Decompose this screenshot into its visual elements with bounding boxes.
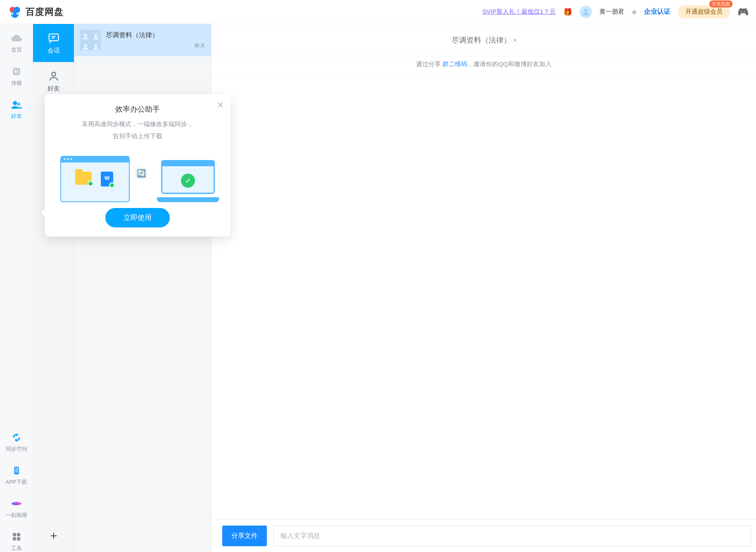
- chat-input-bar: 分享文件: [212, 519, 756, 552]
- svg-point-4: [17, 12, 19, 14]
- sidebar-item-app-download[interactable]: APP下载: [4, 464, 29, 486]
- app-logo[interactable]: 百度网盘: [7, 5, 64, 19]
- svg-rect-10: [15, 468, 18, 473]
- open-svip-button-label: 开通超级会员: [685, 8, 723, 15]
- invite-text: 通过分享: [416, 60, 442, 67]
- user-avatar[interactable]: [580, 6, 592, 18]
- friends-icon: [10, 98, 23, 111]
- check-icon: ✓: [181, 174, 195, 188]
- grid-icon: [10, 530, 23, 543]
- promo-illustration: 🔄 ✓: [55, 148, 221, 202]
- sidebar-item-label: 同步空间: [6, 445, 27, 453]
- body: 首页 传输 好友 同步空间 APP下载: [0, 24, 756, 552]
- promo-title: 效率办公助手: [55, 104, 221, 114]
- enterprise-auth-link[interactable]: 企业认证: [644, 7, 670, 16]
- conversation-title: 尽调资料（法律）: [106, 31, 205, 40]
- sidebar-primary: 首页 传输 好友 同步空间 APP下载: [0, 24, 33, 552]
- sync-icon: [10, 431, 23, 444]
- close-icon[interactable]: ✕: [217, 100, 224, 110]
- svg-point-20: [84, 33, 87, 37]
- chat-area: 尽调资料（法律） ▾ 通过分享 群二维码，邀请你的QQ和微博好友加入 分享文件: [212, 24, 756, 552]
- promo-cta-button[interactable]: 立即使用: [105, 208, 170, 227]
- baidu-netdisk-logo-icon: [7, 5, 22, 19]
- person-icon: [48, 70, 60, 82]
- svg-point-8: [17, 103, 20, 106]
- tab-label: 好友: [48, 85, 60, 93]
- sidebar-item-sync-space[interactable]: 同步空间: [4, 431, 29, 453]
- add-button[interactable]: ＋: [33, 519, 74, 552]
- sidebar-item-transfer[interactable]: 传输: [4, 65, 29, 87]
- promo-subtitle: 采用高速同步模式，一端修改多端同步， 告别手动上传下载: [55, 118, 221, 142]
- sidebar-item-tools[interactable]: 工具: [4, 530, 29, 552]
- cloud-icon: [10, 32, 23, 45]
- sidebar-item-label: 一刻相册: [6, 511, 27, 519]
- chat-title: 尽调资料（法律）: [452, 35, 511, 45]
- plus-icon: ＋: [48, 528, 59, 543]
- header-right: SVIP新人礼！最低仅1？元 🎁 黄一朋君 ◆ 企业认证 开通超级会员 首充优惠…: [482, 5, 749, 18]
- chat-bubble-icon: [48, 32, 60, 44]
- svg-point-7: [13, 101, 17, 105]
- gamepad-icon[interactable]: 🎮: [737, 7, 749, 17]
- svg-rect-14: [13, 537, 16, 540]
- phone-icon: [10, 464, 23, 477]
- app-header: 百度网盘 SVIP新人礼！最低仅1？元 🎁 黄一朋君 ◆ 企业认证 开通超级会员…: [0, 0, 756, 24]
- vip-diamond-icon[interactable]: ◆: [632, 8, 637, 16]
- svg-rect-13: [17, 533, 20, 536]
- invite-text: ，邀请你的QQ和微博好友加入: [467, 60, 551, 67]
- transfer-icon: [10, 65, 23, 78]
- invite-bar: 通过分享 群二维码，邀请你的QQ和微博好友加入: [212, 56, 756, 73]
- svg-point-11: [12, 502, 21, 505]
- sync-arrows-icon: 🔄: [136, 167, 147, 179]
- svg-point-5: [584, 9, 587, 12]
- svg-rect-16: [49, 34, 58, 41]
- popover-caret: [40, 208, 45, 217]
- sidebar-item-label: APP下载: [5, 478, 27, 486]
- sidebar-item-label: 传输: [11, 79, 22, 87]
- chat-text-input[interactable]: [273, 526, 751, 546]
- app-title: 百度网盘: [26, 6, 64, 18]
- sidebar-item-friends[interactable]: 好友: [4, 98, 29, 120]
- album-icon: [10, 497, 23, 510]
- open-svip-button[interactable]: 开通超级会员 首充优惠: [678, 5, 730, 18]
- svg-point-21: [94, 33, 97, 37]
- sync-promo-popover: ✕ 效率办公助手 采用高速同步模式，一端修改多端同步， 告别手动上传下载 🔄 ✓…: [45, 94, 231, 237]
- svip-badge: 首充优惠: [709, 0, 732, 7]
- sidebar-item-label: 首页: [11, 46, 22, 54]
- chat-header[interactable]: 尽调资料（法律） ▾: [212, 24, 756, 56]
- svg-point-23: [94, 44, 97, 47]
- svg-point-22: [84, 44, 87, 47]
- username-label[interactable]: 黄一朋君: [599, 8, 624, 16]
- tab-label: 会话: [48, 47, 60, 55]
- svg-rect-6: [13, 68, 20, 75]
- svg-point-3: [12, 12, 14, 14]
- conversation-item[interactable]: 尽调资料（法律） 昨天: [74, 24, 211, 56]
- svg-rect-12: [13, 533, 16, 536]
- chat-message-area[interactable]: [212, 73, 756, 519]
- sidebar-item-moment-album[interactable]: 一刻相册: [4, 497, 29, 519]
- group-qr-link[interactable]: 群二维码: [442, 60, 467, 67]
- svip-promo-link[interactable]: SVIP新人礼！最低仅1？元: [482, 8, 556, 16]
- conversation-time: 昨天: [195, 42, 205, 50]
- sidebar-item-label: 好友: [11, 112, 22, 120]
- svg-rect-15: [17, 537, 20, 540]
- svg-point-17: [52, 72, 55, 76]
- sidebar-item-home[interactable]: 首页: [4, 32, 29, 54]
- gift-icon[interactable]: 🎁: [563, 7, 572, 17]
- sidebar-item-label: 工具: [11, 545, 22, 552]
- tab-session[interactable]: 会话: [33, 24, 74, 62]
- group-avatar-icon: [80, 30, 101, 50]
- chevron-down-icon: ▾: [514, 37, 516, 43]
- share-file-button[interactable]: 分享文件: [222, 526, 267, 546]
